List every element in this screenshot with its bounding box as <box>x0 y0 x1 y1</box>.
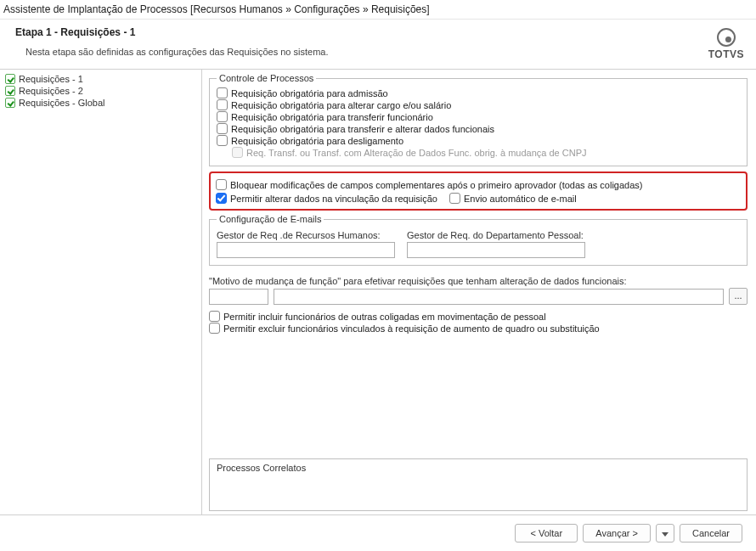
motivo-lookup-button[interactable]: ... <box>729 288 748 305</box>
back-button[interactable]: < Voltar <box>515 524 578 543</box>
checkbox-label: Requisição obrigatória para desligamento <box>231 136 403 146</box>
checkbox-desligamento[interactable] <box>217 135 228 146</box>
controle-processos-group: Controle de Processos Requisição obrigat… <box>209 73 748 166</box>
gestor-rh-input[interactable] <box>217 242 395 258</box>
checkbox-excluir-vinculados[interactable] <box>209 323 220 334</box>
brand-logo: TOTVS <box>708 28 744 60</box>
cancel-button[interactable]: Cancelar <box>680 524 742 543</box>
sidebar-item-requisicoes-1[interactable]: Requisições - 1 <box>0 73 201 85</box>
next-button[interactable]: Avançar > <box>583 524 651 543</box>
checkbox-label: Bloquear modificações de campos compleme… <box>230 180 642 190</box>
gestor-dp-label: Gestor de Req. do Departamento Pessoal: <box>407 230 585 240</box>
checkbox-label: Permitir excluir funcionários vinculados… <box>223 323 600 334</box>
sidebar-item-label: Requisições - 2 <box>19 86 83 96</box>
processos-correlatos-title: Processos Correlatos <box>217 463 306 473</box>
main-panel: Controle de Processos Requisição obrigat… <box>202 70 756 514</box>
checkbox-admissao[interactable] <box>217 87 228 98</box>
step-description: Nesta etapa são definidas as configuraçõ… <box>25 47 708 57</box>
checkbox-bloquear-modificacoes[interactable] <box>216 179 227 190</box>
config-emails-legend: Configuração de E-mails <box>217 214 324 224</box>
motivo-label: "Motivo de mudança de função" para efeti… <box>209 276 748 286</box>
check-icon <box>5 86 15 96</box>
brand-name: TOTVS <box>708 48 744 60</box>
checkbox-label: Requisição obrigatória para transferir e… <box>231 124 494 134</box>
next-dropdown-button[interactable] <box>656 524 674 543</box>
highlighted-options: Bloquear modificações de campos compleme… <box>209 171 748 211</box>
controle-processos-legend: Controle de Processos <box>217 73 316 83</box>
gestor-rh-label: Gestor de Req .de Recursos Humanos: <box>217 230 395 240</box>
checkbox-label: Permitir incluir funcionários de outras … <box>223 312 546 322</box>
sidebar-item-requisicoes-global[interactable]: Requisições - Global <box>0 97 201 109</box>
wizard-header: Etapa 1 - Requisições - 1 Nesta etapa sã… <box>0 20 756 70</box>
checkbox-permitir-alterar[interactable] <box>216 193 227 204</box>
step-title: Etapa 1 - Requisições - 1 <box>15 26 708 38</box>
check-icon <box>5 98 15 108</box>
wizard-footer: < Voltar Avançar > Cancelar <box>0 514 756 551</box>
config-emails-group: Configuração de E-mails Gestor de Req .d… <box>209 214 748 266</box>
checkbox-label: Requisição obrigatória para admissão <box>231 88 388 98</box>
motivo-desc-input[interactable] <box>274 289 724 305</box>
chevron-down-icon <box>662 532 669 537</box>
checkbox-transferir-dados[interactable] <box>217 123 228 134</box>
motivo-code-input[interactable] <box>209 289 268 305</box>
checkbox-label: Envio automático de e-mail <box>464 194 577 204</box>
checkbox-label: Requisição obrigatória para transferir f… <box>231 112 433 122</box>
totvs-logo-icon <box>717 28 736 47</box>
checkbox-incluir-coligadas[interactable] <box>209 311 220 322</box>
checkbox-envio-email[interactable] <box>449 193 460 204</box>
gestor-dp-input[interactable] <box>407 242 585 258</box>
check-icon <box>5 74 15 84</box>
checkbox-label: Req. Transf. ou Transf. com Alteração de… <box>246 148 586 158</box>
checkbox-cargo-salario[interactable] <box>217 99 228 110</box>
steps-sidebar: Requisições - 1 Requisições - 2 Requisiç… <box>0 70 202 514</box>
checkbox-cnpj <box>232 147 243 158</box>
sidebar-item-label: Requisições - Global <box>19 98 105 108</box>
window-title: Assistente de Implantação de Processos [… <box>0 0 756 20</box>
sidebar-item-label: Requisições - 1 <box>19 74 83 84</box>
checkbox-label: Requisição obrigatória para alterar carg… <box>231 100 451 110</box>
sidebar-item-requisicoes-2[interactable]: Requisições - 2 <box>0 85 201 97</box>
processos-correlatos-panel: Processos Correlatos <box>209 458 748 511</box>
checkbox-transferir[interactable] <box>217 111 228 122</box>
checkbox-label: Permitir alterar dados na vinculação da … <box>230 194 437 204</box>
